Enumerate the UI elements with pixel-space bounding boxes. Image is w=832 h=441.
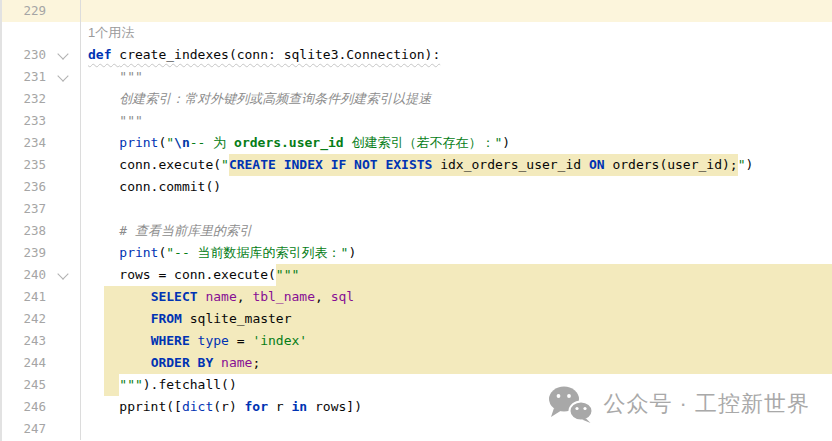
injected-sql-highlight <box>307 330 832 352</box>
fold-column <box>46 22 80 44</box>
fold-chevron-icon[interactable] <box>57 48 68 59</box>
fold-column <box>46 132 80 154</box>
gutter: 231 <box>2 66 81 88</box>
gutter: 241 <box>2 286 81 308</box>
code-line[interactable]: 240 rows = conn.execute(""" <box>2 264 832 286</box>
gutter: 245 <box>2 374 81 396</box>
code-line[interactable]: 235 conn.execute("CREATE INDEX IF NOT EX… <box>2 154 832 176</box>
inlay-row[interactable]: 1个用法 <box>2 22 832 44</box>
injected-sql-highlight <box>354 286 832 308</box>
code-text[interactable]: conn.execute("CREATE INDEX IF NOT EXISTS… <box>81 154 832 176</box>
gutter: 242 <box>2 308 81 330</box>
fold-column <box>46 220 80 242</box>
code-line[interactable]: 234 print("\n-- 为 orders.user_id 创建索引（若不… <box>2 132 832 154</box>
gutter: 238 <box>2 220 81 242</box>
gutter: 230 <box>2 44 81 66</box>
fold-column <box>46 44 80 66</box>
fold-chevron-icon[interactable] <box>57 70 68 81</box>
fold-column <box>46 374 80 396</box>
fold-column <box>46 242 80 264</box>
gutter: 235 <box>2 154 81 176</box>
gutter: 244 <box>2 352 81 374</box>
fold-column <box>46 264 80 286</box>
fold-column <box>46 330 80 352</box>
wechat-icon <box>547 385 593 423</box>
line-number: 241 <box>2 286 46 308</box>
line-number: 229 <box>2 0 46 22</box>
line-number: 242 <box>2 308 46 330</box>
code-text[interactable]: print("\n-- 为 orders.user_id 创建索引（若不存在）：… <box>81 132 832 154</box>
gutter: 229 <box>2 0 81 22</box>
code-text[interactable] <box>81 198 832 220</box>
code-line[interactable]: 238 # 查看当前库里的索引 <box>2 220 832 242</box>
gutter: 234 <box>2 132 81 154</box>
code-text[interactable]: """ <box>81 66 832 88</box>
fold-column <box>46 396 80 418</box>
line-number: 238 <box>2 220 46 242</box>
fold-column <box>46 176 80 198</box>
code-text[interactable]: WHERE type = 'index' <box>81 330 832 352</box>
fold-column <box>46 66 80 88</box>
injected-sql-highlight <box>260 352 832 374</box>
code-text[interactable]: conn.commit() <box>81 176 832 198</box>
line-number: 234 <box>2 132 46 154</box>
line-number: 240 <box>2 264 46 286</box>
code-line[interactable]: 236 conn.commit() <box>2 176 832 198</box>
injected-sql-highlight <box>292 308 832 330</box>
fold-column <box>46 198 80 220</box>
code-line[interactable]: 237 <box>2 198 832 220</box>
code-text[interactable]: rows = conn.execute(""" <box>81 264 832 286</box>
code-line[interactable]: 242 FROM sqlite_master <box>2 308 832 330</box>
code-editor[interactable]: 2291个用法230def create_indexes(conn: sqlit… <box>2 0 832 440</box>
fold-chevron-icon[interactable] <box>57 268 68 279</box>
code-line[interactable]: 230def create_indexes(conn: sqlite3.Conn… <box>2 44 832 66</box>
gutter: 243 <box>2 330 81 352</box>
code-line[interactable]: 233 """ <box>2 110 832 132</box>
injected-sql-highlight <box>299 264 832 286</box>
code-line[interactable]: 244 ORDER BY name; <box>2 352 832 374</box>
warning-squiggle: def create_indexes(conn: sqlite3.Connect… <box>88 44 440 66</box>
code-text[interactable]: SELECT name, tbl_name, sql <box>81 286 832 308</box>
fold-column <box>46 110 80 132</box>
line-number: 232 <box>2 88 46 110</box>
fold-column <box>46 418 80 440</box>
gutter: 240 <box>2 264 81 286</box>
line-number: 239 <box>2 242 46 264</box>
gutter: 236 <box>2 176 81 198</box>
fold-column <box>46 154 80 176</box>
code-text[interactable]: print("-- 当前数据库的索引列表：") <box>81 242 832 264</box>
code-line[interactable]: 239 print("-- 当前数据库的索引列表：") <box>2 242 832 264</box>
gutter: 237 <box>2 198 81 220</box>
code-line[interactable]: 241 SELECT name, tbl_name, sql <box>2 286 832 308</box>
code-text[interactable]: """ <box>81 110 832 132</box>
line-number: 230 <box>2 44 46 66</box>
line-number: 237 <box>2 198 46 220</box>
usages-inlay-hint[interactable]: 1个用法 <box>88 22 134 44</box>
code-text[interactable]: FROM sqlite_master <box>81 308 832 330</box>
line-number: 233 <box>2 110 46 132</box>
code-text[interactable]: 创建索引：常对外键列或高频查询条件列建索引以提速 <box>81 88 832 110</box>
code-text[interactable]: ORDER BY name; <box>81 352 832 374</box>
line-number: 243 <box>2 330 46 352</box>
line-number: 244 <box>2 352 46 374</box>
line-number: 235 <box>2 154 46 176</box>
fold-column <box>46 286 80 308</box>
code-line[interactable]: 243 WHERE type = 'index' <box>2 330 832 352</box>
line-number: 246 <box>2 396 46 418</box>
line-number: 231 <box>2 66 46 88</box>
fold-column <box>46 88 80 110</box>
code-line[interactable]: 231 """ <box>2 66 832 88</box>
fold-column <box>46 308 80 330</box>
gutter <box>2 22 81 44</box>
line-number <box>2 22 46 44</box>
code-text[interactable]: # 查看当前库里的索引 <box>81 220 832 242</box>
gutter: 233 <box>2 110 81 132</box>
code-text[interactable] <box>81 0 832 22</box>
line-number: 236 <box>2 176 46 198</box>
gutter: 232 <box>2 88 81 110</box>
code-line[interactable]: 229 <box>2 0 832 22</box>
code-line[interactable]: 232 创建索引：常对外键列或高频查询条件列建索引以提速 <box>2 88 832 110</box>
code-text[interactable]: 1个用法 <box>81 22 832 44</box>
fold-column <box>46 352 80 374</box>
code-text[interactable]: def create_indexes(conn: sqlite3.Connect… <box>81 44 832 66</box>
